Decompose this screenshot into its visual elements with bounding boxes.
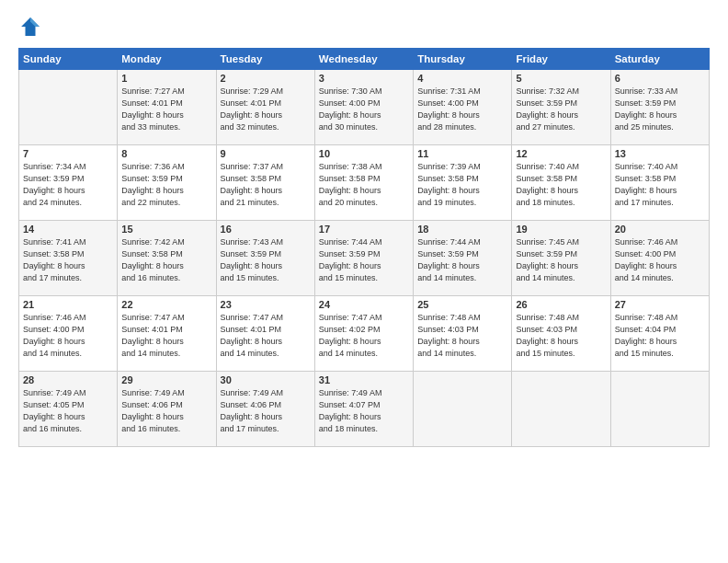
calendar-cell: 19Sunrise: 7:45 AM Sunset: 3:59 PM Dayli… bbox=[512, 221, 610, 296]
page: SundayMondayTuesdayWednesdayThursdayFrid… bbox=[0, 0, 728, 563]
day-info: Sunrise: 7:47 AM Sunset: 4:01 PM Dayligh… bbox=[221, 312, 311, 360]
day-info: Sunrise: 7:47 AM Sunset: 4:01 PM Dayligh… bbox=[121, 312, 211, 360]
day-info: Sunrise: 7:34 AM Sunset: 3:59 PM Dayligh… bbox=[23, 161, 113, 209]
day-number: 12 bbox=[516, 148, 606, 159]
day-number: 28 bbox=[23, 374, 113, 385]
day-info: Sunrise: 7:39 AM Sunset: 3:58 PM Dayligh… bbox=[417, 161, 507, 209]
calendar-cell: 25Sunrise: 7:48 AM Sunset: 4:03 PM Dayli… bbox=[414, 296, 512, 372]
calendar-cell: 14Sunrise: 7:41 AM Sunset: 3:58 PM Dayli… bbox=[19, 221, 118, 296]
calendar-cell: 10Sunrise: 7:38 AM Sunset: 3:58 PM Dayli… bbox=[314, 145, 413, 221]
day-info: Sunrise: 7:49 AM Sunset: 4:06 PM Dayligh… bbox=[221, 387, 311, 435]
day-number: 18 bbox=[417, 224, 507, 235]
week-row-1: 1Sunrise: 7:27 AM Sunset: 4:01 PM Daylig… bbox=[19, 70, 710, 145]
weekday-monday: Monday bbox=[118, 49, 216, 70]
week-row-4: 21Sunrise: 7:46 AM Sunset: 4:00 PM Dayli… bbox=[19, 296, 710, 372]
calendar-cell: 16Sunrise: 7:43 AM Sunset: 3:59 PM Dayli… bbox=[216, 221, 314, 296]
calendar-cell: 30Sunrise: 7:49 AM Sunset: 4:06 PM Dayli… bbox=[216, 372, 314, 447]
calendar-cell: 11Sunrise: 7:39 AM Sunset: 3:58 PM Dayli… bbox=[414, 145, 512, 221]
calendar-body: 1Sunrise: 7:27 AM Sunset: 4:01 PM Daylig… bbox=[19, 70, 710, 447]
calendar-cell: 3Sunrise: 7:30 AM Sunset: 4:00 PM Daylig… bbox=[314, 70, 413, 145]
calendar-table: SundayMondayTuesdayWednesdayThursdayFrid… bbox=[18, 48, 710, 447]
calendar-cell: 24Sunrise: 7:47 AM Sunset: 4:02 PM Dayli… bbox=[314, 296, 413, 372]
day-number: 21 bbox=[23, 299, 113, 310]
day-info: Sunrise: 7:38 AM Sunset: 3:58 PM Dayligh… bbox=[319, 161, 409, 209]
day-info: Sunrise: 7:49 AM Sunset: 4:06 PM Dayligh… bbox=[121, 387, 211, 435]
header bbox=[18, 17, 710, 40]
calendar-cell: 20Sunrise: 7:46 AM Sunset: 4:00 PM Dayli… bbox=[610, 221, 709, 296]
day-info: Sunrise: 7:47 AM Sunset: 4:02 PM Dayligh… bbox=[319, 312, 409, 360]
calendar-cell: 9Sunrise: 7:37 AM Sunset: 3:58 PM Daylig… bbox=[216, 145, 314, 221]
day-info: Sunrise: 7:46 AM Sunset: 4:00 PM Dayligh… bbox=[23, 312, 113, 360]
calendar-cell: 4Sunrise: 7:31 AM Sunset: 4:00 PM Daylig… bbox=[414, 70, 512, 145]
calendar-cell bbox=[414, 372, 512, 447]
day-info: Sunrise: 7:44 AM Sunset: 3:59 PM Dayligh… bbox=[319, 236, 409, 284]
calendar-cell: 26Sunrise: 7:48 AM Sunset: 4:03 PM Dayli… bbox=[512, 296, 610, 372]
day-info: Sunrise: 7:46 AM Sunset: 4:00 PM Dayligh… bbox=[615, 236, 705, 284]
day-number: 22 bbox=[121, 299, 211, 310]
day-number: 7 bbox=[23, 148, 113, 159]
day-number: 27 bbox=[615, 299, 705, 310]
calendar-cell: 31Sunrise: 7:49 AM Sunset: 4:07 PM Dayli… bbox=[314, 372, 413, 447]
day-info: Sunrise: 7:27 AM Sunset: 4:01 PM Dayligh… bbox=[121, 86, 211, 133]
calendar-cell: 1Sunrise: 7:27 AM Sunset: 4:01 PM Daylig… bbox=[118, 70, 216, 145]
calendar-cell: 23Sunrise: 7:47 AM Sunset: 4:01 PM Dayli… bbox=[216, 296, 314, 372]
day-number: 16 bbox=[221, 224, 311, 235]
day-number: 19 bbox=[516, 224, 606, 235]
day-number: 3 bbox=[319, 73, 409, 84]
calendar-cell: 29Sunrise: 7:49 AM Sunset: 4:06 PM Dayli… bbox=[118, 372, 216, 447]
day-info: Sunrise: 7:44 AM Sunset: 3:59 PM Dayligh… bbox=[417, 236, 507, 284]
day-info: Sunrise: 7:48 AM Sunset: 4:04 PM Dayligh… bbox=[615, 312, 705, 360]
day-number: 10 bbox=[319, 148, 409, 159]
day-info: Sunrise: 7:33 AM Sunset: 3:59 PM Dayligh… bbox=[615, 86, 705, 133]
day-number: 23 bbox=[221, 299, 311, 310]
calendar-cell: 18Sunrise: 7:44 AM Sunset: 3:59 PM Dayli… bbox=[414, 221, 512, 296]
day-info: Sunrise: 7:42 AM Sunset: 3:58 PM Dayligh… bbox=[121, 236, 211, 284]
day-info: Sunrise: 7:31 AM Sunset: 4:00 PM Dayligh… bbox=[417, 86, 507, 133]
logo bbox=[18, 17, 40, 40]
day-info: Sunrise: 7:41 AM Sunset: 3:58 PM Dayligh… bbox=[23, 236, 113, 284]
weekday-header-row: SundayMondayTuesdayWednesdayThursdayFrid… bbox=[19, 49, 710, 70]
calendar-cell: 8Sunrise: 7:36 AM Sunset: 3:59 PM Daylig… bbox=[118, 145, 216, 221]
calendar-cell: 6Sunrise: 7:33 AM Sunset: 3:59 PM Daylig… bbox=[610, 70, 709, 145]
day-number: 15 bbox=[121, 224, 211, 235]
week-row-3: 14Sunrise: 7:41 AM Sunset: 3:58 PM Dayli… bbox=[19, 221, 710, 296]
day-info: Sunrise: 7:45 AM Sunset: 3:59 PM Dayligh… bbox=[516, 236, 606, 284]
day-number: 6 bbox=[615, 73, 705, 84]
calendar-cell bbox=[610, 372, 709, 447]
day-info: Sunrise: 7:37 AM Sunset: 3:58 PM Dayligh… bbox=[221, 161, 311, 209]
day-number: 29 bbox=[121, 374, 211, 385]
week-row-2: 7Sunrise: 7:34 AM Sunset: 3:59 PM Daylig… bbox=[19, 145, 710, 221]
weekday-friday: Friday bbox=[512, 49, 610, 70]
day-info: Sunrise: 7:29 AM Sunset: 4:01 PM Dayligh… bbox=[221, 86, 311, 133]
day-info: Sunrise: 7:32 AM Sunset: 3:59 PM Dayligh… bbox=[516, 86, 606, 133]
day-number: 20 bbox=[615, 224, 705, 235]
calendar-cell: 27Sunrise: 7:48 AM Sunset: 4:04 PM Dayli… bbox=[610, 296, 709, 372]
day-info: Sunrise: 7:30 AM Sunset: 4:00 PM Dayligh… bbox=[319, 86, 409, 133]
day-number: 30 bbox=[221, 374, 311, 385]
weekday-wednesday: Wednesday bbox=[314, 49, 413, 70]
day-number: 17 bbox=[319, 224, 409, 235]
calendar-cell: 2Sunrise: 7:29 AM Sunset: 4:01 PM Daylig… bbox=[216, 70, 314, 145]
day-info: Sunrise: 7:40 AM Sunset: 3:58 PM Dayligh… bbox=[615, 161, 705, 209]
day-number: 9 bbox=[221, 148, 311, 159]
calendar-cell: 7Sunrise: 7:34 AM Sunset: 3:59 PM Daylig… bbox=[19, 145, 118, 221]
calendar-cell: 22Sunrise: 7:47 AM Sunset: 4:01 PM Dayli… bbox=[118, 296, 216, 372]
day-info: Sunrise: 7:49 AM Sunset: 4:05 PM Dayligh… bbox=[23, 387, 113, 435]
day-info: Sunrise: 7:36 AM Sunset: 3:59 PM Dayligh… bbox=[121, 161, 211, 209]
day-info: Sunrise: 7:48 AM Sunset: 4:03 PM Dayligh… bbox=[516, 312, 606, 360]
day-number: 11 bbox=[417, 148, 507, 159]
day-number: 4 bbox=[417, 73, 507, 84]
day-number: 2 bbox=[221, 73, 311, 84]
calendar-cell: 12Sunrise: 7:40 AM Sunset: 3:58 PM Dayli… bbox=[512, 145, 610, 221]
calendar-cell: 13Sunrise: 7:40 AM Sunset: 3:58 PM Dayli… bbox=[610, 145, 709, 221]
day-number: 25 bbox=[417, 299, 507, 310]
day-number: 14 bbox=[23, 224, 113, 235]
calendar-cell: 5Sunrise: 7:32 AM Sunset: 3:59 PM Daylig… bbox=[512, 70, 610, 145]
calendar-cell: 15Sunrise: 7:42 AM Sunset: 3:58 PM Dayli… bbox=[118, 221, 216, 296]
day-info: Sunrise: 7:40 AM Sunset: 3:58 PM Dayligh… bbox=[516, 161, 606, 209]
calendar-cell: 28Sunrise: 7:49 AM Sunset: 4:05 PM Dayli… bbox=[19, 372, 118, 447]
day-info: Sunrise: 7:48 AM Sunset: 4:03 PM Dayligh… bbox=[417, 312, 507, 360]
calendar-cell bbox=[19, 70, 118, 145]
calendar-cell: 17Sunrise: 7:44 AM Sunset: 3:59 PM Dayli… bbox=[314, 221, 413, 296]
day-number: 8 bbox=[121, 148, 211, 159]
